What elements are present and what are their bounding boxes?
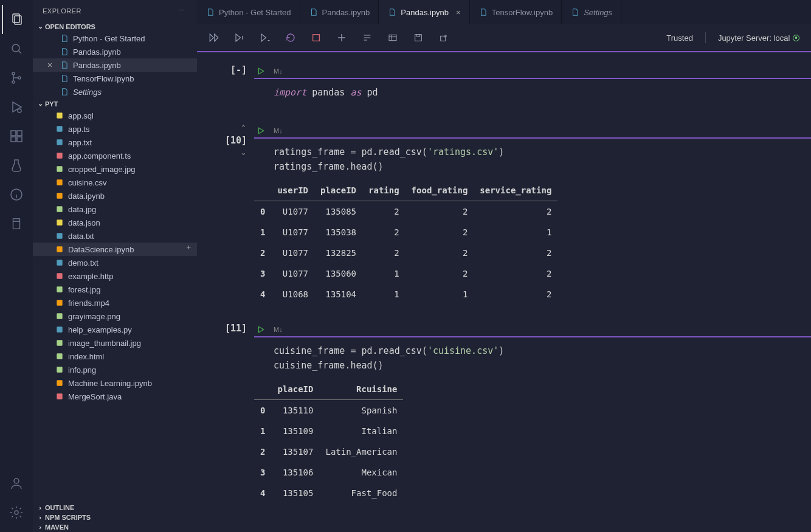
open-editor-item[interactable]: Python - Get Started bbox=[33, 32, 197, 45]
file-label: example.http bbox=[68, 272, 113, 281]
collapse-up-icon[interactable]: ⌃ bbox=[240, 124, 247, 133]
run-cell-icon[interactable] bbox=[257, 126, 265, 135]
testing-icon[interactable] bbox=[2, 151, 31, 180]
table-cell: 2 bbox=[474, 201, 557, 223]
file-item[interactable]: Machine Learning.ipynb bbox=[33, 376, 197, 390]
file-icon bbox=[55, 338, 64, 348]
folder-header[interactable]: ⌄ PYT bbox=[33, 98, 197, 109]
run-all-icon[interactable] bbox=[208, 32, 220, 44]
editor-tab[interactable]: Settings bbox=[562, 0, 621, 24]
notebook-cell[interactable]: [11] M↓ cuisine_frame = pd.read_csv('cui… bbox=[197, 323, 811, 503]
file-item[interactable]: app.txt bbox=[33, 136, 197, 149]
connection-icon: ⦿ bbox=[792, 33, 800, 43]
export-icon[interactable] bbox=[438, 32, 450, 44]
open-editor-item[interactable]: Settings bbox=[33, 85, 197, 98]
explorer-icon[interactable] bbox=[2, 5, 31, 34]
markdown-label[interactable]: M↓ bbox=[274, 127, 283, 134]
npm-scripts-header[interactable]: › NPM SCRIPTS bbox=[33, 513, 197, 522]
editor-tab[interactable]: Pandas.ipynb × bbox=[379, 0, 469, 24]
notebook-editor[interactable]: [-] M↓ import pandas as pd ⌃ [10] ⌄ M bbox=[197, 52, 811, 532]
file-item[interactable]: grayimage.png bbox=[33, 309, 197, 323]
source-control-icon[interactable] bbox=[2, 63, 31, 92]
settings-gear-icon[interactable] bbox=[2, 498, 31, 527]
run-below-icon[interactable] bbox=[259, 32, 271, 44]
file-icon bbox=[55, 298, 64, 308]
file-item[interactable]: DataScience.ipynb+ bbox=[33, 243, 197, 256]
file-icon bbox=[55, 378, 64, 388]
file-item[interactable]: app.ts bbox=[33, 122, 197, 136]
open-editor-item[interactable]: Pandas.ipynb bbox=[33, 45, 197, 58]
more-icon[interactable]: ⋯ bbox=[178, 7, 188, 15]
markdown-label[interactable]: M↓ bbox=[274, 67, 283, 75]
save-icon[interactable] bbox=[412, 32, 424, 44]
file-item[interactable]: image_thumbnail.jpg bbox=[33, 336, 197, 350]
file-item[interactable]: demo.txt bbox=[33, 256, 197, 269]
open-editor-item[interactable]: × Pandas.ipynb bbox=[33, 58, 197, 72]
notebook-cell[interactable]: ⌃ [10] ⌄ M↓ ratings_frame = pd.read_csv(… bbox=[197, 124, 811, 305]
file-label: Pandas.ipynb bbox=[73, 61, 121, 70]
file-icon bbox=[55, 191, 64, 201]
file-item[interactable]: app.sql bbox=[33, 109, 197, 122]
new-file-icon[interactable]: + bbox=[186, 243, 191, 252]
account-icon[interactable] bbox=[2, 469, 31, 498]
editor-tab[interactable]: TensorFlow.ipynb bbox=[470, 0, 562, 24]
restart-kernel-icon[interactable] bbox=[285, 32, 297, 44]
file-item[interactable]: info.png bbox=[33, 363, 197, 376]
file-item[interactable]: cuisine.csv bbox=[33, 176, 197, 189]
jupyter-server-label[interactable]: Jupyter Server: local ⦿ bbox=[718, 33, 800, 43]
file-item[interactable]: app.component.ts bbox=[33, 149, 197, 162]
file-item[interactable]: cropped_image.jpg bbox=[33, 162, 197, 176]
svg-rect-26 bbox=[57, 219, 62, 225]
open-editors-header[interactable]: ⌄ OPEN EDITORS bbox=[33, 21, 197, 32]
table-cell: Fast_Food bbox=[319, 483, 403, 503]
cell-code[interactable]: cuisine_frame = pd.read_csv('cuisine.csv… bbox=[254, 337, 811, 379]
table-cell: 1 bbox=[362, 284, 406, 305]
close-icon[interactable]: × bbox=[47, 60, 56, 70]
svg-rect-31 bbox=[57, 286, 62, 292]
file-item[interactable]: data.json bbox=[33, 216, 197, 229]
trusted-label[interactable]: Trusted bbox=[666, 33, 693, 43]
editor-tab[interactable]: Python - Get Started bbox=[197, 0, 300, 24]
cell-gutter: [-] bbox=[197, 64, 254, 106]
github-icon[interactable] bbox=[2, 180, 31, 209]
file-icon bbox=[55, 124, 64, 134]
file-item[interactable]: example.http bbox=[33, 269, 197, 283]
cell-toolbar: M↓ bbox=[254, 323, 811, 337]
clear-output-icon[interactable] bbox=[361, 32, 373, 44]
file-item[interactable]: index.html bbox=[33, 350, 197, 363]
add-cell-icon[interactable] bbox=[336, 32, 348, 44]
file-item[interactable]: forest.jpg bbox=[33, 283, 197, 296]
table-cell: 1 bbox=[362, 263, 406, 284]
cell-code[interactable]: ratings_frame = pd.read_csv('ratings.csv… bbox=[254, 139, 811, 180]
file-item[interactable]: MergeSort.java bbox=[33, 390, 197, 403]
notebook-cell[interactable]: [-] M↓ import pandas as pd bbox=[197, 64, 811, 106]
cell-code[interactable]: import pandas as pd bbox=[254, 79, 811, 106]
table-cell: 135109 bbox=[271, 421, 319, 441]
file-icon bbox=[55, 164, 64, 174]
bookmark-icon[interactable] bbox=[2, 209, 31, 238]
file-label: Settings bbox=[73, 88, 102, 97]
variables-icon[interactable] bbox=[387, 32, 399, 44]
extensions-icon[interactable] bbox=[2, 122, 31, 151]
file-item[interactable]: help_examples.py bbox=[33, 323, 197, 336]
open-editor-item[interactable]: TensorFlow.ipynb bbox=[33, 72, 197, 85]
file-item[interactable]: friends.mp4 bbox=[33, 296, 197, 309]
interrupt-kernel-icon[interactable] bbox=[310, 32, 322, 44]
run-above-icon[interactable] bbox=[233, 32, 246, 44]
close-icon[interactable]: × bbox=[456, 8, 461, 17]
run-cell-icon[interactable] bbox=[257, 67, 265, 75]
outline-header[interactable]: › OUTLINE bbox=[33, 503, 197, 513]
run-debug-icon[interactable] bbox=[2, 92, 31, 122]
notebook-toolbar: Trusted Jupyter Server: local ⦿ bbox=[197, 24, 811, 52]
maven-header[interactable]: › MAVEN bbox=[33, 522, 197, 532]
file-item[interactable]: data.ipynb bbox=[33, 189, 197, 202]
chevron-right-icon: › bbox=[35, 523, 45, 531]
run-cell-icon[interactable] bbox=[257, 325, 265, 334]
search-icon[interactable] bbox=[2, 34, 31, 63]
file-label: image_thumbnail.jpg bbox=[68, 339, 141, 348]
collapse-down-icon[interactable]: ⌄ bbox=[240, 148, 247, 157]
editor-tab[interactable]: Pandas.ipynb bbox=[300, 0, 379, 24]
markdown-label[interactable]: M↓ bbox=[274, 326, 283, 333]
file-item[interactable]: data.jpg bbox=[33, 202, 197, 216]
file-item[interactable]: data.txt bbox=[33, 229, 197, 243]
